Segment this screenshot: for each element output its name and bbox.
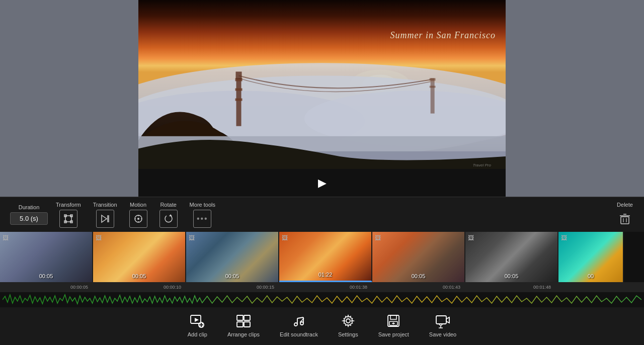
transition-icon-box [96,210,114,228]
toolbar-tools: Duration Transform Transition [10,200,219,230]
save-project-icon [385,313,401,329]
ruler-marks: 00:00:05 00:00:10 00:00:15 00:01:38 00:0… [0,282,644,292]
clip-duration: 00:05 [465,273,557,279]
ruler-mark: 00:00:05 [70,285,88,290]
svg-point-27 [137,218,139,220]
svg-rect-60 [436,316,446,324]
add-clip-button[interactable]: Add clip [188,313,207,337]
arrange-clips-label: Arrange clips [227,331,260,337]
edit-toolbar: Duration Transform Transition [0,197,644,232]
clip-duration: 00:05 [186,273,278,279]
settings-icon [340,313,356,329]
rotate-icon-box [159,210,178,228]
clip-item[interactable]: 🖼 00:05 [93,232,186,282]
duration-label: Duration [19,204,40,210]
svg-rect-44 [244,315,250,320]
svg-point-47 [294,323,297,326]
svg-rect-46 [244,322,250,327]
edit-soundtrack-label: Edit soundtrack [280,331,318,337]
save-project-label: Save project [378,331,409,337]
clip-image-icon: 🖼 [375,234,381,241]
video-title: Summer in San Francisco [390,30,496,41]
add-clip-icon [189,313,205,329]
clip-duration: 00 [558,273,623,279]
clip-image-icon: 🖼 [189,234,195,241]
clip-image-icon: 🖼 [561,234,567,241]
clip-item[interactable]: 🖼 01:22 [279,232,372,282]
save-video-icon [435,313,451,329]
add-clip-label: Add clip [188,331,207,337]
settings-label: Settings [338,331,358,337]
transform-icon-box [59,210,77,228]
svg-rect-7 [236,78,241,126]
svg-point-54 [346,319,350,323]
svg-rect-14 [430,86,436,88]
motion-icon [133,214,143,224]
audio-track [0,292,644,307]
soundtrack-icon [291,313,307,329]
svg-rect-33 [621,217,629,224]
motion-tool[interactable]: Motion [125,200,151,230]
waveform-svg [3,292,641,307]
ruler-mark: 00:00:15 [257,285,274,290]
main-area: Travel Pro Summer in San Francisco ▶ [0,0,644,197]
rotate-icon [164,214,174,224]
scene-svg: Travel Pro [138,0,506,169]
svg-rect-12 [431,78,435,113]
save-video-button[interactable]: Save video [429,313,456,337]
ruler-mark: 00:00:10 [164,285,181,290]
clip-duration: 01:22 [279,272,371,278]
svg-rect-9 [235,89,242,91]
clip-item[interactable]: 🖼 00:05 [372,232,465,282]
clip-item[interactable]: 🖼 00:05 [465,232,558,282]
play-controls: ▶ [138,169,506,197]
save-video-label: Save video [429,331,456,337]
svg-rect-10 [235,99,242,101]
more-tools[interactable]: More tools ••• [186,200,219,230]
motion-icon-box [129,210,147,228]
ruler-mark: 00:01:48 [533,285,551,290]
motion-label: Motion [130,202,146,208]
transform-label: Transform [56,202,81,208]
duration-tool: Duration [10,204,48,225]
clip-image-icon: 🖼 [96,234,102,241]
clip-duration: 00:05 [0,273,92,279]
edit-soundtrack-button[interactable]: Edit soundtrack [280,313,318,337]
play-button[interactable]: ▶ [313,174,331,192]
rotate-tool[interactable]: Rotate [155,200,182,230]
video-preview: Travel Pro Summer in San Francisco [138,0,506,169]
more-tools-icon: ••• [193,210,211,228]
transition-label: Transition [93,202,117,208]
clip-item[interactable]: 🖼 00 [558,232,624,282]
transition-tool[interactable]: Transition [89,200,121,230]
clip-duration: 00:05 [372,273,464,279]
svg-rect-45 [237,322,243,327]
svg-line-51 [297,317,303,318]
save-project-button[interactable]: Save project [378,313,409,337]
timeline-ruler: 00:00:05 00:00:10 00:00:15 00:01:38 00:0… [0,282,644,292]
svg-point-48 [300,322,303,325]
delete-tool[interactable]: Delete [616,202,634,228]
rotate-label: Rotate [160,202,176,208]
svg-marker-61 [446,317,449,323]
svg-rect-11 [235,71,242,79]
arrange-clips-icon [235,313,252,329]
svg-rect-43 [237,315,243,320]
arrange-clips-button[interactable]: Arrange clips [227,313,260,337]
video-container: Travel Pro Summer in San Francisco ▶ [138,0,506,197]
ruler-mark: 00:01:38 [350,285,367,290]
clip-duration: 00:05 [93,273,185,279]
clip-image-icon: 🖼 [468,234,474,241]
svg-text:Travel Pro: Travel Pro [473,163,492,167]
svg-marker-39 [195,318,199,322]
ruler-mark: 00:01:43 [443,285,460,290]
clip-item[interactable]: 🖼 00:05 [186,232,279,282]
svg-rect-56 [390,315,396,319]
bottom-toolbar: Add clip Arrange clips [0,305,644,345]
settings-button[interactable]: Settings [338,313,358,337]
delete-icon [616,210,634,228]
svg-marker-23 [102,215,107,222]
transform-tool[interactable]: Transform [52,200,85,230]
clip-item[interactable]: 🖼 00:05 [0,232,93,282]
duration-input[interactable] [10,212,48,225]
